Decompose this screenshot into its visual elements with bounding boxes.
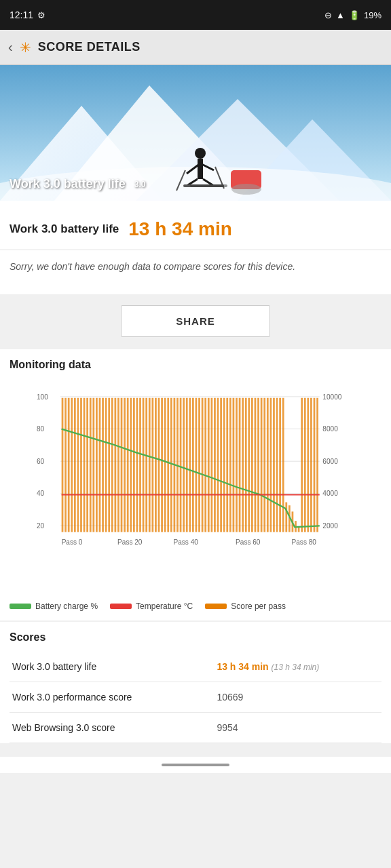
svg-rect-43 [92, 398, 94, 532]
hero-label: Work 3.0 battery life 3.0 [10, 177, 149, 191]
time: 12:11 [10, 9, 33, 20]
score-section: Work 3.0 battery life 13 h 34 min Sorry,… [0, 201, 391, 294]
svg-rect-65 [161, 398, 163, 532]
hero-title: Work 3.0 battery life [10, 177, 126, 191]
svg-rect-71 [180, 398, 182, 532]
svg-rect-94 [251, 398, 253, 532]
svg-rect-40 [83, 398, 86, 532]
svg-rect-93 [248, 398, 250, 532]
svg-point-6 [195, 148, 206, 159]
svg-rect-50 [115, 398, 117, 532]
svg-rect-113 [310, 398, 312, 532]
share-button[interactable]: SHARE [121, 305, 270, 337]
svg-rect-100 [270, 398, 272, 532]
svg-text:Pass 40: Pass 40 [174, 538, 199, 546]
scores-table: Work 3.0 battery life 13 h 34 min (13 h … [10, 652, 381, 743]
hero-badge: 3.0 [131, 179, 149, 190]
legend-temp: Temperature °C [110, 601, 193, 611]
legend-battery: Battery charge % [10, 601, 98, 611]
settings-icon: ⚙ [37, 10, 45, 20]
monitoring-section: Monitoring data 100 80 60 40 20 10000 80… [0, 349, 391, 620]
svg-rect-87 [229, 398, 231, 532]
chart-svg: 100 80 60 40 20 10000 8000 6000 4000 200… [37, 386, 348, 569]
score-row-value-2: 9954 [214, 713, 381, 743]
svg-rect-38 [77, 398, 79, 532]
svg-text:60: 60 [37, 458, 45, 465]
bar-chart [62, 398, 318, 532]
svg-rect-47 [105, 398, 107, 532]
svg-rect-86 [226, 398, 228, 532]
svg-rect-73 [186, 398, 188, 532]
svg-rect-77 [198, 398, 200, 532]
svg-rect-63 [155, 398, 157, 532]
svg-rect-52 [121, 398, 123, 532]
svg-rect-61 [149, 398, 151, 532]
hero-image: Work 3.0 battery life 3.0 [0, 65, 391, 201]
svg-text:Pass 0: Pass 0 [62, 538, 83, 546]
svg-text:8000: 8000 [322, 425, 338, 433]
svg-text:10000: 10000 [322, 393, 341, 401]
svg-rect-34 [64, 398, 67, 532]
back-icon[interactable]: ‹ [8, 39, 13, 55]
svg-rect-42 [90, 398, 92, 532]
svg-text:2000: 2000 [322, 522, 338, 530]
svg-rect-102 [276, 398, 278, 532]
score-row-value-1: 10669 [214, 682, 381, 713]
legend-score-color [205, 604, 227, 609]
svg-rect-79 [204, 398, 206, 532]
legend-temp-color [110, 604, 132, 609]
score-value: 13 h 34 min [128, 218, 232, 240]
chart-container: 100 80 60 40 20 10000 8000 6000 4000 200… [10, 379, 381, 596]
table-row: Work 3.0 battery life 13 h 34 min (13 h … [10, 652, 381, 682]
svg-rect-49 [111, 398, 113, 532]
svg-rect-60 [145, 398, 147, 532]
svg-rect-97 [261, 398, 263, 532]
status-bar: 12:11 ⚙ ⊖ ▲ 🔋 19% [0, 0, 391, 30]
legend-temp-label: Temperature °C [136, 601, 193, 611]
svg-rect-64 [158, 398, 160, 532]
svg-rect-103 [279, 398, 281, 532]
svg-rect-75 [192, 398, 194, 532]
svg-rect-33 [62, 398, 64, 532]
svg-rect-99 [267, 398, 269, 532]
svg-rect-110 [301, 398, 303, 532]
svg-rect-53 [124, 398, 126, 532]
scores-section: Scores Work 3.0 battery life 13 h 34 min… [0, 622, 391, 743]
legend-battery-label: Battery charge % [35, 601, 98, 611]
svg-rect-82 [214, 398, 216, 532]
svg-rect-17 [190, 184, 227, 187]
svg-rect-81 [210, 398, 212, 532]
svg-text:4000: 4000 [322, 490, 338, 497]
svg-rect-89 [236, 398, 238, 532]
chart-legend: Battery charge % Temperature °C Score pe… [10, 596, 381, 620]
svg-rect-109 [298, 527, 300, 532]
monitoring-title: Monitoring data [10, 359, 381, 371]
svg-rect-58 [139, 398, 141, 532]
svg-rect-78 [202, 398, 204, 532]
svg-rect-48 [108, 398, 110, 532]
svg-rect-92 [245, 398, 247, 532]
svg-rect-105 [285, 502, 287, 532]
svg-rect-54 [127, 398, 129, 532]
nav-pill [162, 764, 229, 766]
table-row: Web Browsing 3.0 score 9954 [10, 713, 381, 743]
svg-rect-95 [255, 398, 257, 532]
svg-text:40: 40 [37, 490, 45, 497]
svg-rect-62 [151, 398, 153, 532]
score-row: Work 3.0 battery life 13 h 34 min [10, 212, 381, 250]
battery-icon: 🔋 [349, 10, 360, 20]
svg-rect-67 [167, 398, 169, 532]
share-section: SHARE [0, 294, 391, 348]
svg-rect-45 [99, 398, 101, 532]
svg-text:Pass 60: Pass 60 [236, 538, 261, 546]
mute-icon: ⊖ [324, 10, 332, 20]
score-row-label-2: Web Browsing 3.0 score [10, 713, 214, 743]
svg-rect-83 [217, 398, 219, 532]
svg-rect-91 [242, 398, 244, 532]
svg-rect-41 [86, 398, 88, 532]
compare-note: Sorry, we don't have enough data to comp… [10, 250, 381, 283]
score-label: Work 3.0 battery life [10, 222, 119, 236]
svg-rect-104 [282, 398, 284, 532]
svg-rect-115 [316, 398, 318, 532]
svg-rect-88 [233, 398, 235, 532]
